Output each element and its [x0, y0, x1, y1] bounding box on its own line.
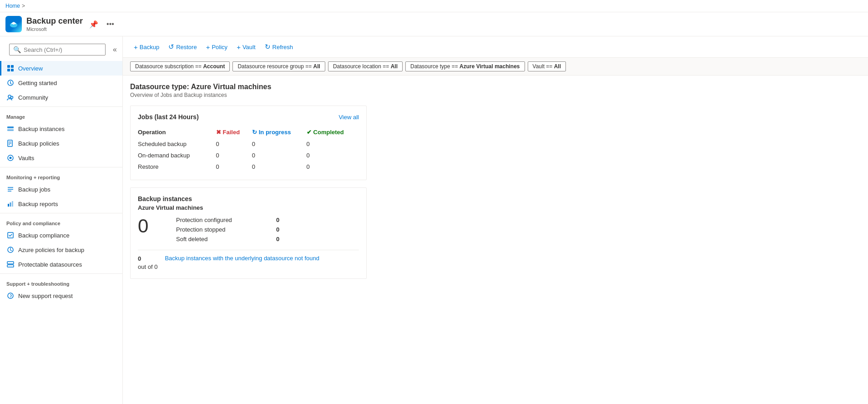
sidebar-item-backup-instances[interactable]: Backup instances — [0, 121, 122, 136]
sidebar-item-label-backup-instances: Backup instances — [18, 126, 65, 132]
backup-instances-title: Backup instances — [138, 195, 359, 202]
table-row: Restore 0 0 0 — [138, 161, 359, 172]
restore-icon: ↺ — [168, 43, 174, 51]
section-manage: Manage — [0, 109, 122, 121]
svg-rect-9 — [7, 126, 14, 128]
vaults-icon — [6, 154, 15, 162]
sidebar-item-backup-jobs[interactable]: Backup jobs — [0, 182, 122, 197]
sidebar: 🔍 « Overview Getting started Community — [0, 36, 123, 404]
footer-label[interactable]: Backup instances with the underlying dat… — [165, 255, 359, 262]
main-content: + Backup ↺ Restore + Policy + Vault ↻ Re… — [123, 36, 868, 404]
svg-rect-22 — [12, 201, 13, 207]
inprogress-icon: ↻ — [252, 129, 257, 136]
backup-instances-card: Backup instances Azure Virtual machines … — [130, 187, 367, 279]
protection-configured-value: 0 — [276, 217, 279, 223]
protection-stopped-value: 0 — [276, 226, 279, 233]
filter-datasource-location[interactable]: Datasource location == All — [328, 61, 403, 71]
sidebar-item-backup-reports[interactable]: Backup reports — [0, 197, 122, 211]
backup-instances-subtitle: Azure Virtual machines — [138, 204, 359, 211]
sidebar-item-support-request[interactable]: New support request — [0, 288, 122, 303]
breadcrumb-separator: > — [22, 3, 25, 9]
filter-vault[interactable]: Vault == All — [528, 61, 566, 71]
filter-datasource-type[interactable]: Datasource type == Azure Virtual machine… — [405, 61, 525, 71]
support-icon — [6, 292, 15, 300]
policy-button[interactable]: + Policy — [202, 41, 231, 53]
filter-datasource-subscription[interactable]: Datasource subscription == Account — [130, 61, 230, 71]
row-0-inprogress: 0 — [252, 138, 307, 150]
sidebar-item-backup-policies[interactable]: Backup policies — [0, 136, 122, 151]
sidebar-item-protectable-datasources[interactable]: Protectable datasources — [0, 257, 122, 272]
svg-rect-3 — [11, 65, 14, 68]
filter-bar: Datasource subscription == Account Datas… — [123, 58, 868, 76]
restore-button[interactable]: ↺ Restore — [165, 41, 201, 53]
sidebar-item-getting-started[interactable]: Getting started — [0, 76, 122, 90]
row-2-operation: Restore — [138, 161, 216, 172]
collapse-sidebar-button[interactable]: « — [112, 45, 118, 55]
col-inprogress: ↻ In progress — [252, 126, 307, 138]
page-title: Datasource type: Azure Virtual machines — [130, 83, 861, 91]
more-options-button[interactable]: ••• — [105, 19, 116, 29]
col-operation: Operation — [138, 126, 216, 138]
pin-icon-button[interactable]: 📌 — [87, 19, 100, 30]
sidebar-item-label-backup-jobs: Backup jobs — [18, 186, 50, 193]
sidebar-item-azure-policies[interactable]: Azure policies for backup — [0, 242, 122, 257]
azure-policy-icon — [6, 246, 15, 254]
overview-icon — [6, 64, 15, 72]
sidebar-item-community[interactable]: Community — [0, 90, 122, 105]
policies-icon — [6, 139, 15, 147]
backup-instances-footer: 0 out of 0 Backup instances with the und… — [138, 250, 359, 271]
sidebar-item-vaults[interactable]: Vaults — [0, 151, 122, 165]
sidebar-item-label-support-request: New support request — [18, 293, 73, 299]
instances-icon — [6, 125, 15, 133]
sidebar-item-label-getting-started: Getting started — [18, 80, 57, 86]
app-icon — [5, 16, 22, 32]
protection-configured-label: Protection configured — [176, 217, 267, 223]
table-row: On-demand backup 0 0 0 — [138, 150, 359, 161]
footer-out-of: out of 0 — [138, 263, 157, 271]
row-2-inprogress: 0 — [252, 161, 307, 172]
jobs-icon — [6, 185, 15, 193]
row-2-failed: 0 — [216, 161, 252, 172]
row-0-failed: 0 — [216, 138, 252, 150]
row-1-failed: 0 — [216, 150, 252, 161]
col-failed: ✖ Failed — [216, 126, 252, 138]
protection-stopped-label: Protection stopped — [176, 226, 267, 233]
reports-icon — [6, 200, 15, 208]
sidebar-item-label-backup-reports: Backup reports — [18, 201, 58, 207]
row-0-completed: 0 — [307, 138, 359, 150]
home-link[interactable]: Home — [5, 3, 20, 9]
view-all-link[interactable]: View all — [338, 114, 359, 121]
sidebar-item-backup-compliance[interactable]: Backup compliance — [0, 228, 122, 242]
svg-point-16 — [10, 157, 12, 159]
sidebar-item-label-community: Community — [18, 94, 48, 101]
vault-button[interactable]: + Vault — [233, 41, 259, 53]
soft-deleted-label: Soft deleted — [176, 236, 267, 242]
section-policy-compliance: Policy and compliance — [0, 215, 122, 228]
svg-rect-10 — [7, 129, 14, 131]
section-support: Support + troubleshooting — [0, 276, 122, 288]
backup-plus-icon: + — [134, 43, 138, 51]
stat-row: Protection stopped 0 — [176, 226, 279, 233]
refresh-button[interactable]: ↻ Refresh — [261, 41, 297, 53]
svg-rect-5 — [11, 69, 14, 71]
soft-deleted-value: 0 — [276, 236, 279, 242]
filter-datasource-resource-group[interactable]: Datasource resource group == All — [232, 61, 325, 71]
svg-rect-21 — [10, 202, 11, 207]
backup-button[interactable]: + Backup — [130, 41, 163, 53]
svg-rect-2 — [7, 65, 10, 68]
getting-started-icon — [6, 79, 15, 87]
failed-icon: ✖ — [216, 129, 221, 136]
page-subtitle: Overview of Jobs and Backup instances — [130, 92, 861, 98]
sidebar-item-overview[interactable]: Overview — [0, 61, 122, 76]
jobs-table: Operation ✖ Failed ↻ In progress — [138, 126, 359, 172]
datasource-icon — [6, 260, 15, 268]
svg-point-1 — [12, 22, 15, 25]
backup-stats: Protection configured 0 Protection stopp… — [176, 217, 279, 242]
svg-rect-20 — [8, 204, 9, 207]
toolbar: + Backup ↺ Restore + Policy + Vault ↻ Re… — [123, 36, 868, 58]
section-monitoring: Monitoring + reporting — [0, 169, 122, 182]
jobs-card-title: Jobs (last 24 Hours) — [138, 113, 199, 121]
svg-rect-26 — [7, 265, 14, 267]
search-input[interactable] — [24, 46, 101, 53]
backup-instances-big-count: 0 — [138, 217, 165, 236]
